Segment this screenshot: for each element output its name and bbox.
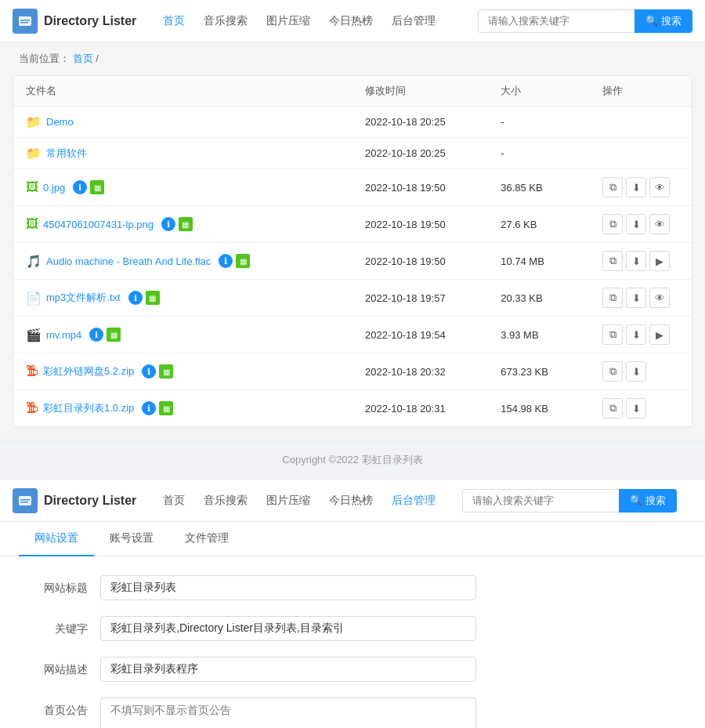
file-name-link[interactable]: 常用软件 [46,147,87,161]
top-nav-links: 首页 音乐搜索 图片压缩 今日热榜 后台管理 [155,9,459,33]
bottom-search-btn[interactable]: 🔍 搜索 [619,489,677,512]
file-name-link[interactable]: mv.mp4 [46,329,81,341]
qr-icon[interactable]: ▦ [90,180,104,194]
table-row: 🗜 彩虹目录列表1.0.zip ℹ ▦ 2022-10-18 20:31 154… [13,390,692,427]
file-size-col: 154.98 KB [488,390,590,427]
nav-home[interactable]: 首页 [155,9,193,33]
file-action-col [590,107,692,138]
bottom-nav-home[interactable]: 首页 [155,489,193,511]
input-site-title[interactable] [100,575,476,600]
copy-btn[interactable]: ⧉ [602,288,623,308]
eye-btn[interactable]: 👁 [649,288,670,308]
file-name-link[interactable]: Demo [46,116,74,128]
play-btn[interactable]: ▶ [649,324,670,345]
bottom-search-input[interactable] [462,489,619,512]
file-name-link[interactable]: 0.jpg [43,182,65,194]
qr-icon[interactable]: ▦ [159,364,173,378]
file-action-col [590,138,692,169]
input-description[interactable] [100,657,476,682]
file-name-cell: 🖼 45047061007431-lp.png ℹ ▦ [26,217,340,231]
copy-btn[interactable]: ⧉ [602,398,623,418]
brand-icon [13,9,38,34]
brand-name: Directory Lister [44,14,136,28]
bottom-nav-music[interactable]: 音乐搜索 [196,489,255,511]
nav-compress[interactable]: 图片压缩 [258,9,318,33]
qr-icon[interactable]: ▦ [159,401,173,415]
file-time-col: 2022-10-18 19:50 [352,243,488,280]
file-name-link[interactable]: 彩虹目录列表1.0.zip [43,401,134,415]
nav-trending[interactable]: 今日热榜 [321,9,381,33]
file-time-col: 2022-10-18 20:25 [352,138,488,169]
info-icon[interactable]: ℹ [161,217,175,231]
play-btn[interactable]: ▶ [649,251,670,271]
file-name-link[interactable]: Audio machine - Breath And Life.flac [46,255,211,267]
info-icon[interactable]: ℹ [219,254,233,268]
file-size-col: 27.6 KB [488,206,590,243]
download-btn[interactable]: ⬇ [626,398,646,418]
info-icon[interactable]: ℹ [128,291,143,305]
file-size-col: 20.33 KB [488,280,590,317]
breadcrumb-home[interactable]: 首页 [73,53,93,64]
file-name-link[interactable]: 彩虹外链网盘5.2.zip [43,364,134,378]
file-name-link[interactable]: 45047061007431-lp.png [43,219,154,230]
eye-btn[interactable]: 👁 [649,214,670,234]
breadcrumb: 当前位置： 首页 / [0,42,705,75]
col-header-action: 操作 [590,76,692,107]
label-notice: 首页公告 [25,697,88,718]
nav-admin[interactable]: 后台管理 [384,9,443,33]
action-icons: ⧉⬇ [602,398,679,418]
file-name-link[interactable]: mp3文件解析.txt [46,291,121,305]
file-time-col: 2022-10-18 19:50 [352,206,488,243]
download-btn[interactable]: ⬇ [626,214,646,234]
top-search-input[interactable] [478,9,634,33]
download-btn[interactable]: ⬇ [626,251,646,271]
file-time-col: 2022-10-18 20:31 [352,390,488,427]
copy-btn[interactable]: ⧉ [602,251,623,271]
file-name-col: 🖼 45047061007431-lp.png ℹ ▦ [13,206,352,243]
col-header-name: 文件名 [13,76,352,107]
textarea-notice[interactable] [100,697,476,728]
bottom-nav-trending[interactable]: 今日热榜 [321,489,381,511]
input-keywords[interactable] [100,616,476,641]
qr-icon[interactable]: ▦ [146,291,160,305]
copy-btn[interactable]: ⧉ [602,361,623,382]
file-size-col: - [488,138,590,169]
bottom-nav-compress[interactable]: 图片压缩 [258,489,318,511]
bottom-nav-admin[interactable]: 后台管理 [384,489,443,511]
tab-file-management[interactable]: 文件管理 [169,522,244,556]
file-type-icon: 📄 [26,291,42,306]
download-btn[interactable]: ⬇ [626,361,646,382]
file-action-col: ⧉⬇▶ [590,317,692,353]
nav-music[interactable]: 音乐搜索 [196,9,255,33]
svg-rect-3 [20,22,28,24]
info-icon[interactable]: ℹ [142,364,156,378]
admin-tabs: 网站设置 账号设置 文件管理 [0,522,705,556]
file-name-col: 🗜 彩虹目录列表1.0.zip ℹ ▦ [13,390,352,427]
download-btn[interactable]: ⬇ [626,177,646,197]
file-size-col: 10.74 MB [488,243,590,280]
brand-logo[interactable]: Directory Lister [13,9,136,34]
copy-btn[interactable]: ⧉ [602,214,623,234]
footer-copyright: Copyright ©2022 彩虹目录列表 [282,454,422,465]
qr-icon[interactable]: ▦ [179,217,193,231]
top-search-btn[interactable]: 🔍 搜索 [634,9,692,33]
qr-icon[interactable]: ▦ [236,254,250,268]
download-btn[interactable]: ⬇ [626,288,646,308]
info-icon[interactable]: ℹ [142,401,156,415]
info-icon[interactable]: ℹ [73,180,87,194]
info-icons: ℹ ▦ [73,180,104,194]
eye-btn[interactable]: 👁 [649,177,670,197]
bottom-brand-logo[interactable]: Directory Lister [13,488,136,513]
bottom-nav-links: 首页 音乐搜索 图片压缩 今日热榜 后台管理 [155,494,443,508]
action-icons: ⧉⬇👁 [602,288,679,308]
tab-account-settings[interactable]: 账号设置 [94,522,169,556]
copy-btn[interactable]: ⧉ [602,177,623,197]
bottom-search-icon: 🔍 [630,494,642,506]
download-btn[interactable]: ⬇ [626,324,646,345]
tab-site-settings[interactable]: 网站设置 [19,522,94,556]
file-type-icon: 🎬 [26,328,42,342]
copy-btn[interactable]: ⧉ [602,324,623,345]
info-icon[interactable]: ℹ [89,328,103,342]
qr-icon[interactable]: ▦ [107,328,121,342]
form-row-notice: 首页公告 [25,697,680,728]
